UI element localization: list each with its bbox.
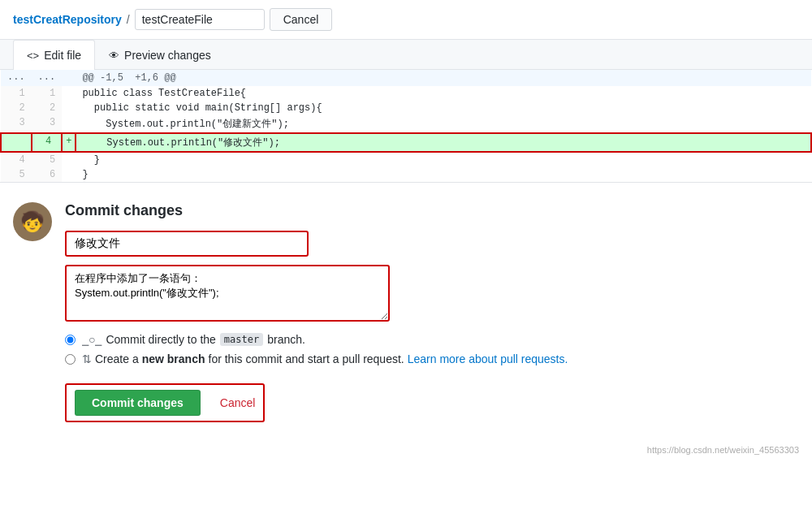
avatar: 🧒 xyxy=(13,202,52,241)
line-marker-2 xyxy=(62,101,76,115)
tab-preview-changes[interactable]: 👁 Preview changes xyxy=(95,40,225,70)
diff-row-2: 2 2 public static void main(String[] arg… xyxy=(1,101,811,115)
line-content-5: } xyxy=(76,152,811,167)
hunk-marker xyxy=(62,70,76,86)
line-new-1: 1 xyxy=(32,86,63,101)
commit-form: Commit changes 在程序中添加了一条语句： System.out.p… xyxy=(65,202,799,422)
action-buttons: Commit changes Cancel xyxy=(65,383,265,422)
commit-subject-input[interactable] xyxy=(65,231,309,257)
radio-option-direct: ⎯○⎯ Commit directly to the master branch… xyxy=(65,333,799,346)
line-old-2: 2 xyxy=(1,101,32,115)
line-old-5: 4 xyxy=(1,152,32,167)
commit-section: 🧒 Commit changes 在程序中添加了一条语句： System.out… xyxy=(0,183,812,442)
line-new-5: 5 xyxy=(32,152,63,167)
line-new-2: 2 xyxy=(32,101,63,115)
line-new-4: 4 xyxy=(32,133,63,152)
radio-option-pr: ⇅ Create a new branch for this commit an… xyxy=(65,352,799,365)
hunk-old-num: ... xyxy=(1,70,32,86)
radio-new-branch[interactable] xyxy=(65,354,76,365)
hunk-new-num: ... xyxy=(32,70,63,86)
filename-input[interactable] xyxy=(135,9,265,30)
line-content-4: System.out.println("修改文件"); xyxy=(76,133,811,152)
commit-description-textarea[interactable]: 在程序中添加了一条语句： System.out.println("修改文件"); xyxy=(65,265,390,322)
line-marker-3 xyxy=(62,115,76,133)
line-content-1: public class TestCreateFile{ xyxy=(76,86,811,101)
tab-edit-file[interactable]: <> Edit file xyxy=(13,40,95,70)
line-marker-5 xyxy=(62,152,76,167)
line-content-6: } xyxy=(76,167,811,182)
header: testCreatRepository / Cancel xyxy=(0,0,812,40)
radio-direct-label: Commit directly to the xyxy=(106,333,215,346)
line-marker-6 xyxy=(62,167,76,182)
commit-form-title: Commit changes xyxy=(65,202,799,219)
diff-row-4-added: 4 + System.out.println("修改文件"); xyxy=(1,133,811,152)
radio-pr-bold: new branch xyxy=(142,352,205,365)
diff-hunk-header: ... ... @@ -1,5 +1,6 @@ xyxy=(1,70,811,86)
radio-pr-suffix: for this commit and start a pull request… xyxy=(209,352,404,365)
commit-cancel-button[interactable]: Cancel xyxy=(220,396,256,409)
repo-link[interactable]: testCreatRepository xyxy=(13,13,122,26)
learn-more-link[interactable]: Learn more about pull requests. xyxy=(408,352,568,365)
radio-direct[interactable] xyxy=(65,335,76,345)
radio-direct-suffix: branch. xyxy=(267,333,305,346)
radio-pr-branch-icon: ⇅ xyxy=(82,352,92,365)
preview-icon: 👁 xyxy=(109,50,119,62)
radio-pr-label: Create a xyxy=(95,352,139,365)
line-old-4 xyxy=(1,133,32,152)
line-new-6: 6 xyxy=(32,167,63,182)
tabs-bar: <> Edit file 👁 Preview changes xyxy=(0,40,812,70)
line-content-2: public static void main(String[] args){ xyxy=(76,101,811,115)
line-new-3: 3 xyxy=(32,115,63,133)
line-old-6: 5 xyxy=(1,167,32,182)
diff-table: ... ... @@ -1,5 +1,6 @@ 1 1 public class… xyxy=(0,70,812,182)
line-old-3: 3 xyxy=(1,115,32,133)
breadcrumb-separator: / xyxy=(127,13,130,26)
diff-row-3: 3 3 System.out.println("创建新文件"); xyxy=(1,115,811,133)
watermark: https://blog.csdn.net/weixin_45563303 xyxy=(0,442,812,460)
tab-edit-label: Edit file xyxy=(44,49,81,62)
line-marker-1 xyxy=(62,86,76,101)
header-cancel-button[interactable]: Cancel xyxy=(270,8,333,31)
commit-submit-button[interactable]: Commit changes xyxy=(75,390,201,416)
edit-file-icon: <> xyxy=(27,50,39,62)
line-content-3: System.out.println("创建新文件"); xyxy=(76,115,811,133)
hunk-content: @@ -1,5 +1,6 @@ xyxy=(76,70,811,86)
diff-row-6: 5 6 } xyxy=(1,167,811,182)
radio-direct-icon: ⎯○⎯ xyxy=(82,333,102,346)
tab-preview-label: Preview changes xyxy=(124,49,211,62)
line-marker-4: + xyxy=(62,133,76,152)
diff-area: ... ... @@ -1,5 +1,6 @@ 1 1 public class… xyxy=(0,70,812,183)
line-old-1: 1 xyxy=(1,86,32,101)
avatar-image: 🧒 xyxy=(13,202,52,241)
diff-row-1: 1 1 public class TestCreateFile{ xyxy=(1,86,811,101)
diff-row-5: 4 5 } xyxy=(1,152,811,167)
branch-badge: master xyxy=(220,333,263,346)
